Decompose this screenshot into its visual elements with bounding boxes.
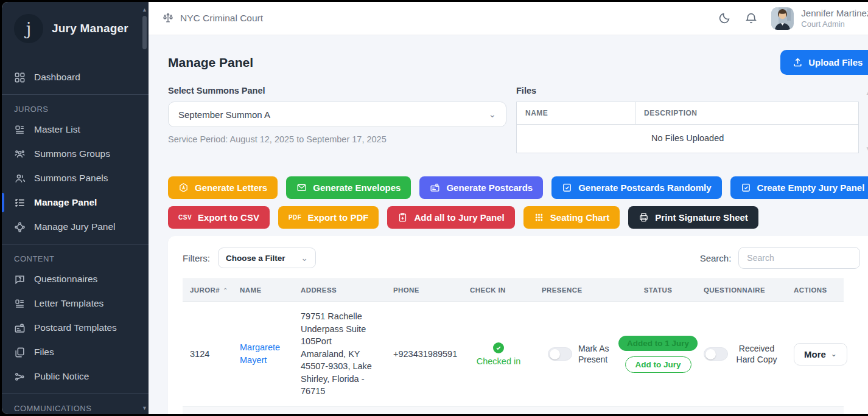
- summons-panel-select[interactable]: September Summon A ⌄: [168, 102, 506, 127]
- user-menu[interactable]: Jennifer Martinez Court Admin: [771, 7, 868, 30]
- files-col-description: DESCRIPTION: [635, 102, 706, 124]
- table-row: 3124 Margarete Mayert 79751 Rachelle Und…: [183, 302, 844, 407]
- button-label: Create Empty Jury Panel: [757, 182, 865, 193]
- envelope-icon: [296, 182, 307, 193]
- export-pdf-button[interactable]: PDF Export to PDF: [278, 206, 379, 229]
- sidebar-item-label: Files: [34, 347, 54, 358]
- col-status[interactable]: STATUS: [620, 279, 696, 301]
- upload-files-button[interactable]: Upload Files: [780, 50, 868, 75]
- sidebar-item-label: Postcard Templates: [34, 322, 117, 333]
- status-cell: Added to 1 Jury Add to Jury: [620, 302, 696, 406]
- chevron-down-icon: ⌄: [488, 109, 496, 120]
- court-name: NYC Criminal Court: [162, 12, 263, 24]
- files-section: Files NAME DESCRIPTION No Files Uploaded…: [516, 86, 868, 153]
- sidebar-item-letter-templates[interactable]: Letter Templates: [2, 291, 149, 316]
- export-csv-button[interactable]: CSV Export to CSV: [168, 206, 270, 229]
- copy-pages-icon: [14, 347, 26, 358]
- col-presence[interactable]: PRESENCE: [534, 279, 620, 301]
- app-window: j Jury Manager Dashboard JURORS Master L…: [2, 2, 868, 414]
- network-icon: [14, 221, 26, 233]
- sidebar-item-dashboard[interactable]: Dashboard: [2, 65, 149, 89]
- questionnaire-cell: Received Hard Copy: [696, 302, 786, 406]
- jury-manager-logo-icon: j: [14, 14, 43, 43]
- sidebar-item-label: Summons Panels: [34, 173, 108, 184]
- divider: [2, 94, 149, 95]
- sidebar-scrollbar[interactable]: [142, 16, 147, 49]
- pdf-text-icon: PDF: [289, 214, 302, 221]
- files-scroll-up-icon[interactable]: ▲: [865, 89, 868, 96]
- col-name[interactable]: NAME: [233, 279, 293, 301]
- col-questionnaire[interactable]: QUESTIONNAIRE: [696, 279, 786, 301]
- court-name-label: NYC Criminal Court: [180, 13, 263, 24]
- files-scroll-down-icon[interactable]: ▼: [865, 145, 868, 152]
- filter-select[interactable]: Choose a Filter ⌄: [218, 248, 316, 268]
- generate-postcards-button[interactable]: Generate Postcards: [419, 176, 543, 199]
- sidebar-scroll-down-icon[interactable]: ▼: [142, 406, 147, 411]
- button-label: Print Signature Sheet: [655, 212, 748, 223]
- sidebar-item-files[interactable]: Files: [2, 340, 149, 364]
- sidebar-item-manage-jury-panel[interactable]: Manage Jury Panel: [2, 215, 149, 239]
- divider: [2, 244, 149, 244]
- button-label: Generate Letters: [195, 182, 267, 193]
- sidebar-item-summons-groups[interactable]: Summons Groups: [2, 142, 149, 166]
- button-label: Seating Chart: [550, 212, 610, 223]
- check-circle-icon: [493, 342, 504, 353]
- chat-question-icon: [14, 274, 26, 285]
- page-content: Manage Panel Upload Files Select Summons…: [149, 35, 868, 414]
- search-input[interactable]: [738, 247, 860, 269]
- col-phone[interactable]: PHONE: [386, 279, 463, 301]
- sidebar-section-content: CONTENT: [2, 249, 149, 267]
- table-row: 468 Yvonne Fords Apt. 633: [183, 407, 844, 414]
- received-hard-copy-toggle[interactable]: [704, 347, 728, 361]
- button-label: Generate Postcards Randomly: [578, 182, 711, 193]
- sidebar-item-label: Master List: [34, 124, 80, 135]
- page-title: Manage Panel: [168, 55, 253, 70]
- sidebar-item-summons-panels[interactable]: Summons Panels: [2, 166, 149, 190]
- sidebar-item-master-list[interactable]: Master List: [2, 117, 149, 142]
- print-signature-sheet-button[interactable]: Print Signature Sheet: [628, 206, 758, 229]
- dark-mode-toggle[interactable]: [718, 12, 731, 25]
- col-actions[interactable]: ACTIONS: [786, 279, 844, 301]
- juror-phone: +923431989591: [386, 302, 463, 406]
- add-all-to-jury-panel-button[interactable]: Add all to Jury Panel: [387, 206, 514, 229]
- col-address[interactable]: ADDRESS: [293, 279, 386, 301]
- sidebar-item-label: Manage Panel: [34, 197, 97, 208]
- sidebar-nav: Dashboard JURORS Master List Summons Gro…: [2, 65, 149, 414]
- sidebar-item-public-notice[interactable]: Public Notice: [2, 364, 149, 389]
- notifications-button[interactable]: [744, 12, 758, 25]
- list-icon: [14, 124, 26, 136]
- presence-label: Mark As Present: [578, 343, 612, 365]
- generate-postcards-randomly-button[interactable]: Generate Postcards Randomly: [551, 176, 721, 199]
- sidebar-section-communications: COMMUNICATIONS: [2, 399, 149, 414]
- juror-address: 79751 Rachelle Underpass Suite 105Port A…: [293, 302, 386, 406]
- checkbox-icon: [741, 182, 751, 193]
- mark-as-present-toggle[interactable]: [548, 347, 572, 361]
- sidebar-item-label: Public Notice: [34, 371, 89, 382]
- sidebar-item-postcard-templates[interactable]: Postcard Templates: [2, 316, 149, 340]
- more-actions-button[interactable]: More ⌄: [794, 343, 847, 366]
- sidebar-scroll-up-icon[interactable]: ▲: [142, 7, 147, 13]
- printer-icon: [639, 212, 649, 223]
- sidebar-item-label: Summons Groups: [34, 148, 110, 159]
- sidebar-item-label: Questionnaires: [34, 274, 97, 285]
- files-col-name: NAME: [517, 102, 635, 124]
- moon-icon: [718, 12, 731, 25]
- postcard-icon: [14, 322, 26, 334]
- add-to-jury-button[interactable]: Add to Jury: [625, 356, 691, 373]
- generate-letters-button[interactable]: Generate Letters: [168, 176, 278, 199]
- col-check-in[interactable]: CHECK IN: [463, 279, 534, 301]
- juror-name-link[interactable]: Margarete Mayert: [240, 341, 286, 367]
- col-juror-number[interactable]: JUROR#⌃: [183, 279, 233, 301]
- seating-chart-button[interactable]: Seating Chart: [523, 206, 620, 229]
- jurors-card: Filters: Choose a Filter ⌄ Search: JUROR…: [168, 236, 868, 414]
- sidebar-item-label: Manage Jury Panel: [34, 221, 116, 232]
- user-role: Court Admin: [801, 19, 868, 29]
- sidebar-item-manage-panel[interactable]: Manage Panel: [2, 190, 149, 215]
- dots-grid-icon: [534, 212, 544, 223]
- jurors-table: JUROR#⌃ NAME ADDRESS PHONE CHECK IN PRES…: [183, 279, 844, 414]
- generate-envelopes-button[interactable]: Generate Envelopes: [286, 176, 411, 199]
- files-table: NAME DESCRIPTION No Files Uploaded: [516, 102, 859, 153]
- create-empty-jury-panel-button[interactable]: Create Empty Jury Panel: [730, 176, 868, 199]
- sidebar-item-questionnaires[interactable]: Questionnaires: [2, 267, 149, 291]
- search-label: Search:: [700, 253, 732, 263]
